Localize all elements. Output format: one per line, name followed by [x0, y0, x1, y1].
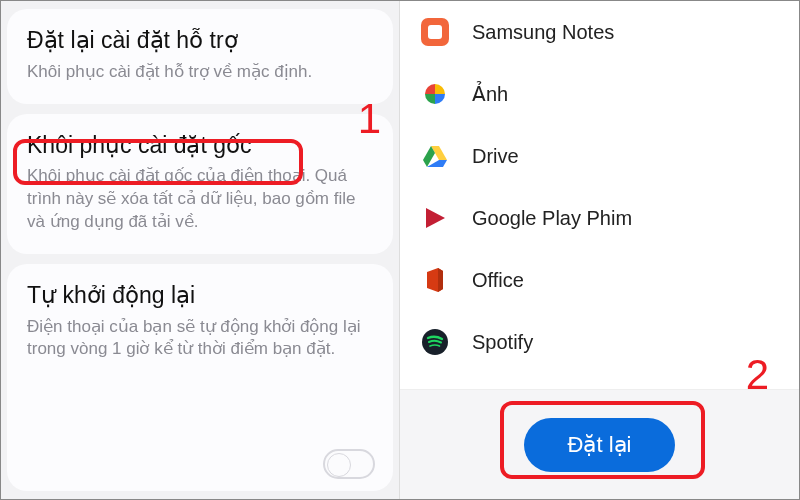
- app-row-drive[interactable]: Drive: [420, 125, 779, 187]
- card-desc: Khôi phục cài đặt gốc của điện thoại. Qu…: [27, 165, 373, 234]
- samsung-notes-icon: [420, 17, 450, 47]
- svg-marker-5: [426, 208, 445, 228]
- microsoft-office-icon: [420, 265, 450, 295]
- settings-list-panel: Đặt lại cài đặt hỗ trợ Khôi phục cài đặt…: [1, 1, 400, 499]
- app-row-photos[interactable]: Ảnh: [420, 63, 779, 125]
- apps-panel: Samsung Notes Ảnh Drive: [400, 1, 799, 499]
- google-play-movies-icon: [420, 203, 450, 233]
- google-drive-icon: [420, 141, 450, 171]
- app-row-samsung-notes[interactable]: Samsung Notes: [420, 1, 779, 63]
- card-desc: Khôi phục cài đặt hỗ trợ về mặc định.: [27, 61, 373, 84]
- app-name: Samsung Notes: [472, 21, 614, 44]
- card-title: Đặt lại cài đặt hỗ trợ: [27, 27, 373, 55]
- app-row-office[interactable]: Office: [420, 249, 779, 311]
- card-title: Khôi phục cài đặt gốc: [27, 132, 373, 160]
- app-name: Spotify: [472, 331, 533, 354]
- app-row-spotify[interactable]: Spotify: [420, 311, 779, 373]
- factory-reset-card[interactable]: Khôi phục cài đặt gốc Khôi phục cài đặt …: [7, 114, 393, 254]
- svg-rect-1: [428, 25, 442, 39]
- app-list: Samsung Notes Ảnh Drive: [400, 1, 799, 389]
- svg-point-6: [422, 329, 448, 355]
- auto-restart-card[interactable]: Tự khởi động lại Điện thoại của bạn sẽ t…: [7, 264, 393, 491]
- card-desc: Điện thoại của bạn sẽ tự động khởi động …: [27, 316, 373, 362]
- footer-bar: Đặt lại: [400, 389, 799, 499]
- app-name: Ảnh: [472, 82, 508, 106]
- spotify-icon: [420, 327, 450, 357]
- reset-accessibility-card[interactable]: Đặt lại cài đặt hỗ trợ Khôi phục cài đặt…: [7, 9, 393, 104]
- app-name: Office: [472, 269, 524, 292]
- google-photos-icon: [420, 79, 450, 109]
- reset-button[interactable]: Đặt lại: [524, 418, 676, 472]
- auto-restart-toggle[interactable]: [323, 449, 375, 479]
- app-row-play-movies[interactable]: Google Play Phim: [420, 187, 779, 249]
- app-name: Google Play Phim: [472, 207, 632, 230]
- card-title: Tự khởi động lại: [27, 282, 373, 310]
- app-name: Drive: [472, 145, 519, 168]
